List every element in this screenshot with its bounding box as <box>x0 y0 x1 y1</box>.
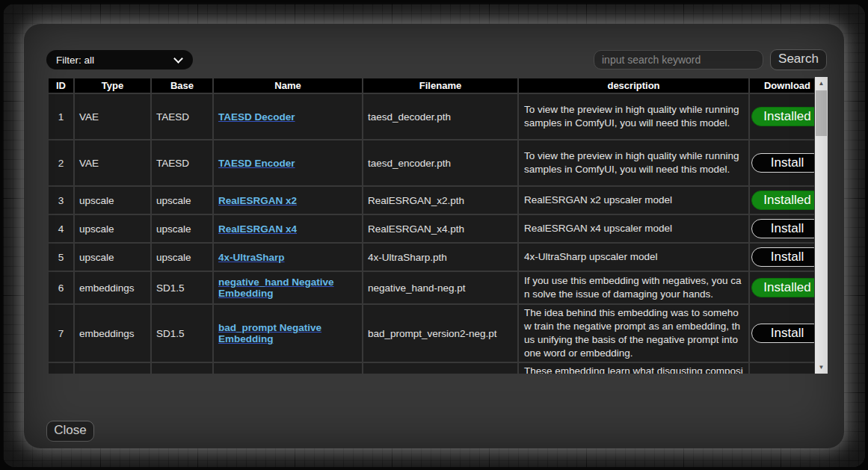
scrollbar-up-icon[interactable]: ▲ <box>815 77 828 90</box>
cell-type: upscale <box>75 244 150 270</box>
column-header-base: Base <box>152 78 212 93</box>
cell-type: VAE <box>75 140 150 185</box>
cell-download: Install <box>750 305 814 362</box>
table-row: 2VAETAESDTAESD Encodertaesd_encoder.pthT… <box>49 140 814 185</box>
cell-description: RealESRGAN x4 upscaler model <box>519 215 748 242</box>
cell-download <box>750 363 814 374</box>
column-header-id: ID <box>49 78 73 93</box>
model-name-link[interactable]: RealESRGAN x4 <box>218 223 297 235</box>
cell-name: RealESRGAN x2 <box>214 187 362 214</box>
cell-download: Installed <box>750 94 814 139</box>
filter-select-value: Filter: all <box>46 55 175 66</box>
cell-type: VAE <box>75 94 150 139</box>
search-input[interactable] <box>594 50 763 69</box>
installed-button[interactable]: Installed <box>751 191 814 210</box>
table-row: 7embeddingsSD1.5bad_prompt Negative Embe… <box>49 305 814 362</box>
cell-filename <box>363 363 517 374</box>
cell-name: TAESD Encoder <box>214 140 362 185</box>
scrollbar-down-icon[interactable]: ▼ <box>815 361 828 374</box>
cell-download: Installed <box>750 187 814 214</box>
cell-type: upscale <box>75 187 150 214</box>
cell-name <box>214 363 362 374</box>
cell-filename: taesd_decoder.pth <box>363 94 517 139</box>
column-header-filename: Filename <box>363 78 517 93</box>
cell-base: TAESD <box>152 140 212 185</box>
install-button[interactable]: Install <box>751 153 814 173</box>
model-manager-dialog: Filter: all Search IDTypeBaseNameFilenam… <box>24 24 844 448</box>
filter-select[interactable]: Filter: all <box>46 50 193 69</box>
installed-button[interactable]: Installed <box>751 278 814 297</box>
cell-download: Installed <box>750 272 814 303</box>
table-scrollbar[interactable]: ▲ ▼ <box>815 77 828 374</box>
install-button[interactable]: Install <box>751 324 814 343</box>
cell-download: Install <box>750 244 814 270</box>
cell-base: upscale <box>152 215 212 242</box>
table-row: 5upscaleupscale4x-UltraSharp4x-UltraShar… <box>49 244 814 270</box>
table-header-row: IDTypeBaseNameFilenamedescriptionDownloa… <box>49 78 814 93</box>
table-row: 4upscaleupscaleRealESRGAN x4RealESRGAN_x… <box>49 215 814 242</box>
cell-name: bad_prompt Negative Embedding <box>214 305 362 362</box>
cell-filename: RealESRGAN_x4.pth <box>363 215 517 242</box>
install-button[interactable]: Install <box>751 247 814 267</box>
column-header-description: description <box>519 78 748 93</box>
cell-base: upscale <box>152 244 212 270</box>
cell-id: 3 <box>49 187 73 214</box>
models-table: IDTypeBaseNameFilenamedescriptionDownloa… <box>47 77 814 374</box>
cell-description: 4x-UltraSharp upscaler model <box>519 244 748 270</box>
cell-description: To view the preview in high quality whil… <box>519 94 748 139</box>
cell-id: 6 <box>49 272 73 303</box>
column-header-type: Type <box>75 78 150 93</box>
cell-base <box>152 363 212 374</box>
cell-name: TAESD Decoder <box>214 94 362 139</box>
cell-id: 1 <box>49 94 73 139</box>
table-row: These embedding learn what disgusting co… <box>49 363 814 374</box>
cell-description: The idea behind this embedding was to so… <box>519 305 748 362</box>
cell-base: TAESD <box>152 94 212 139</box>
cell-name: negative_hand Negative Embedding <box>214 272 362 303</box>
cell-description: RealESRGAN x2 upscaler model <box>519 187 748 214</box>
cell-name: RealESRGAN x4 <box>214 215 362 242</box>
cell-type <box>75 363 150 374</box>
screen: Filter: all Search IDTypeBaseNameFilenam… <box>0 0 868 470</box>
table-row: 6embeddingsSD1.5negative_hand Negative E… <box>49 272 814 303</box>
cell-id: 2 <box>49 140 73 185</box>
table-row: 1VAETAESDTAESD Decodertaesd_decoder.pthT… <box>49 94 814 139</box>
model-name-link[interactable]: negative_hand Negative Embedding <box>218 276 334 299</box>
cell-filename: RealESRGAN_x2.pth <box>363 187 517 214</box>
close-button[interactable]: Close <box>46 421 94 442</box>
model-name-link[interactable]: 4x-UltraSharp <box>218 252 285 263</box>
cell-type: embeddings <box>75 272 150 303</box>
cell-base: SD1.5 <box>152 305 212 362</box>
cell-download: Install <box>750 215 814 242</box>
model-name-link[interactable]: RealESRGAN x2 <box>218 195 297 206</box>
installed-button[interactable]: Installed <box>751 107 814 126</box>
model-name-link[interactable]: TAESD Encoder <box>218 158 295 169</box>
column-header-download: Download <box>750 78 814 93</box>
table-row: 3upscaleupscaleRealESRGAN x2RealESRGAN_x… <box>49 187 814 214</box>
cell-name: 4x-UltraSharp <box>214 244 362 270</box>
cell-filename: negative_hand-neg.pt <box>363 272 517 303</box>
cell-filename: taesd_encoder.pth <box>363 140 517 185</box>
cell-description: If you use this embedding with negatives… <box>519 272 748 303</box>
model-name-link[interactable]: TAESD Decoder <box>218 111 295 123</box>
cell-download: Install <box>750 140 814 185</box>
scrollbar-thumb[interactable] <box>816 90 827 136</box>
models-table-container: IDTypeBaseNameFilenamedescriptionDownloa… <box>47 77 814 374</box>
cell-base: SD1.5 <box>152 272 212 303</box>
cell-id: 5 <box>49 244 73 270</box>
cell-filename: bad_prompt_version2-neg.pt <box>363 305 517 362</box>
model-name-link[interactable]: bad_prompt Negative Embedding <box>218 322 321 344</box>
install-button[interactable]: Install <box>751 219 814 238</box>
search-button[interactable]: Search <box>770 49 827 70</box>
cell-id: 7 <box>49 305 73 362</box>
cell-base: upscale <box>152 187 212 214</box>
chevron-down-icon <box>173 54 183 64</box>
cell-type: upscale <box>75 215 150 242</box>
cell-description: These embedding learn what disgusting co… <box>519 363 748 374</box>
cell-description: To view the preview in high quality whil… <box>519 140 748 185</box>
cell-id: 4 <box>49 215 73 242</box>
cell-type: embeddings <box>75 305 150 362</box>
cell-filename: 4x-UltraSharp.pth <box>363 244 517 270</box>
column-header-name: Name <box>214 78 362 93</box>
cell-id <box>49 363 73 374</box>
